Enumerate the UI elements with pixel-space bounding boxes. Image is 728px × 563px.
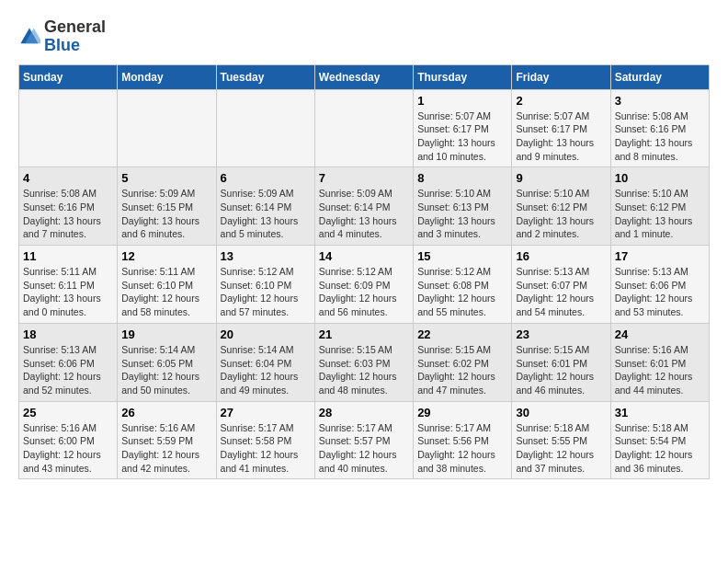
day-cell: 16Sunrise: 5:13 AMSunset: 6:07 PMDayligh… <box>512 246 610 324</box>
day-cell: 24Sunrise: 5:16 AMSunset: 6:01 PMDayligh… <box>610 323 709 401</box>
day-cell: 23Sunrise: 5:15 AMSunset: 6:01 PMDayligh… <box>512 323 610 401</box>
day-cell: 7Sunrise: 5:09 AMSunset: 6:14 PMDaylight… <box>314 167 413 246</box>
header-cell-tuesday: Tuesday <box>216 64 314 89</box>
day-cell: 20Sunrise: 5:14 AMSunset: 6:04 PMDayligh… <box>216 323 314 401</box>
week-row-2: 4Sunrise: 5:08 AMSunset: 6:16 PMDaylight… <box>19 167 710 246</box>
day-number: 13 <box>221 249 311 263</box>
day-number: 15 <box>417 249 507 263</box>
day-cell: 15Sunrise: 5:12 AMSunset: 6:08 PMDayligh… <box>414 246 512 324</box>
header-row: SundayMondayTuesdayWednesdayThursdayFrid… <box>19 64 710 89</box>
header-cell-monday: Monday <box>118 64 216 89</box>
day-number: 28 <box>319 406 409 419</box>
day-cell: 11Sunrise: 5:11 AMSunset: 6:11 PMDayligh… <box>19 246 118 324</box>
day-cell: 4Sunrise: 5:08 AMSunset: 6:16 PMDaylight… <box>19 167 118 246</box>
day-info: Sunrise: 5:11 AMSunset: 6:11 PMDaylight:… <box>23 265 113 319</box>
day-number: 21 <box>319 327 409 341</box>
header-cell-wednesday: Wednesday <box>314 64 413 89</box>
day-info: Sunrise: 5:09 AMSunset: 6:14 PMDaylight:… <box>319 187 409 241</box>
day-number: 19 <box>121 327 211 341</box>
day-cell: 13Sunrise: 5:12 AMSunset: 6:10 PMDayligh… <box>216 246 314 324</box>
day-number: 16 <box>516 249 606 263</box>
day-number: 27 <box>221 406 311 419</box>
header-cell-saturday: Saturday <box>610 64 709 89</box>
day-info: Sunrise: 5:10 AMSunset: 6:12 PMDaylight:… <box>615 187 705 241</box>
day-number: 24 <box>615 327 705 341</box>
day-cell <box>118 89 216 167</box>
day-number: 3 <box>615 94 705 108</box>
day-info: Sunrise: 5:14 AMSunset: 6:04 PMDaylight:… <box>221 343 311 397</box>
day-info: Sunrise: 5:16 AMSunset: 6:00 PMDaylight:… <box>23 421 113 476</box>
day-info: Sunrise: 5:13 AMSunset: 6:07 PMDaylight:… <box>516 265 606 319</box>
page-header: General Blue <box>18 18 710 55</box>
day-cell: 31Sunrise: 5:18 AMSunset: 5:54 PMDayligh… <box>610 401 709 479</box>
day-number: 8 <box>417 171 507 185</box>
day-info: Sunrise: 5:09 AMSunset: 6:15 PMDaylight:… <box>121 187 211 241</box>
header-cell-thursday: Thursday <box>414 64 512 89</box>
day-cell: 6Sunrise: 5:09 AMSunset: 6:14 PMDaylight… <box>216 167 314 246</box>
day-cell: 12Sunrise: 5:11 AMSunset: 6:10 PMDayligh… <box>118 246 216 324</box>
day-number: 5 <box>121 171 211 185</box>
day-cell: 17Sunrise: 5:13 AMSunset: 6:06 PMDayligh… <box>610 246 709 324</box>
day-number: 29 <box>417 406 507 419</box>
week-row-1: 1Sunrise: 5:07 AMSunset: 6:17 PMDaylight… <box>19 89 710 167</box>
day-info: Sunrise: 5:09 AMSunset: 6:14 PMDaylight:… <box>221 187 311 241</box>
day-cell: 25Sunrise: 5:16 AMSunset: 6:00 PMDayligh… <box>19 401 118 479</box>
day-info: Sunrise: 5:07 AMSunset: 6:17 PMDaylight:… <box>417 109 507 164</box>
day-cell: 18Sunrise: 5:13 AMSunset: 6:06 PMDayligh… <box>19 323 118 401</box>
day-cell: 3Sunrise: 5:08 AMSunset: 6:16 PMDaylight… <box>610 89 709 167</box>
day-number: 9 <box>516 171 606 185</box>
day-info: Sunrise: 5:17 AMSunset: 5:58 PMDaylight:… <box>221 421 311 476</box>
day-info: Sunrise: 5:08 AMSunset: 6:16 PMDaylight:… <box>23 187 113 241</box>
day-info: Sunrise: 5:13 AMSunset: 6:06 PMDaylight:… <box>23 343 113 397</box>
day-info: Sunrise: 5:13 AMSunset: 6:06 PMDaylight:… <box>615 265 705 319</box>
day-number: 18 <box>23 327 113 341</box>
week-row-4: 18Sunrise: 5:13 AMSunset: 6:06 PMDayligh… <box>19 323 710 401</box>
day-cell: 2Sunrise: 5:07 AMSunset: 6:17 PMDaylight… <box>512 89 610 167</box>
day-number: 31 <box>615 406 705 419</box>
day-cell: 5Sunrise: 5:09 AMSunset: 6:15 PMDaylight… <box>118 167 216 246</box>
day-number: 23 <box>516 327 606 341</box>
day-number: 12 <box>121 249 211 263</box>
day-info: Sunrise: 5:12 AMSunset: 6:08 PMDaylight:… <box>417 265 507 319</box>
day-cell: 29Sunrise: 5:17 AMSunset: 5:56 PMDayligh… <box>414 401 512 479</box>
day-cell <box>19 89 118 167</box>
day-info: Sunrise: 5:11 AMSunset: 6:10 PMDaylight:… <box>121 265 211 319</box>
day-info: Sunrise: 5:10 AMSunset: 6:12 PMDaylight:… <box>516 187 606 241</box>
week-row-3: 11Sunrise: 5:11 AMSunset: 6:11 PMDayligh… <box>19 246 710 324</box>
day-info: Sunrise: 5:16 AMSunset: 5:59 PMDaylight:… <box>121 421 211 476</box>
day-info: Sunrise: 5:18 AMSunset: 5:55 PMDaylight:… <box>516 421 606 476</box>
day-number: 26 <box>121 406 211 419</box>
day-cell: 8Sunrise: 5:10 AMSunset: 6:13 PMDaylight… <box>414 167 512 246</box>
day-cell: 10Sunrise: 5:10 AMSunset: 6:12 PMDayligh… <box>610 167 709 246</box>
day-cell: 21Sunrise: 5:15 AMSunset: 6:03 PMDayligh… <box>314 323 413 401</box>
day-cell: 19Sunrise: 5:14 AMSunset: 6:05 PMDayligh… <box>118 323 216 401</box>
day-info: Sunrise: 5:17 AMSunset: 5:56 PMDaylight:… <box>417 421 507 476</box>
day-info: Sunrise: 5:08 AMSunset: 6:16 PMDaylight:… <box>615 109 705 164</box>
calendar-table: SundayMondayTuesdayWednesdayThursdayFrid… <box>18 64 710 480</box>
day-number: 25 <box>23 406 113 419</box>
day-info: Sunrise: 5:10 AMSunset: 6:13 PMDaylight:… <box>417 187 507 241</box>
day-info: Sunrise: 5:18 AMSunset: 5:54 PMDaylight:… <box>615 421 705 476</box>
day-cell <box>216 89 314 167</box>
header-cell-friday: Friday <box>512 64 610 89</box>
logo-icon <box>18 26 40 48</box>
day-number: 4 <box>23 171 113 185</box>
day-info: Sunrise: 5:12 AMSunset: 6:09 PMDaylight:… <box>319 265 409 319</box>
day-info: Sunrise: 5:14 AMSunset: 6:05 PMDaylight:… <box>121 343 211 397</box>
day-info: Sunrise: 5:17 AMSunset: 5:57 PMDaylight:… <box>319 421 409 476</box>
day-info: Sunrise: 5:12 AMSunset: 6:10 PMDaylight:… <box>221 265 311 319</box>
day-number: 6 <box>221 171 311 185</box>
logo-text: General Blue <box>44 18 106 55</box>
day-cell: 1Sunrise: 5:07 AMSunset: 6:17 PMDaylight… <box>414 89 512 167</box>
day-number: 10 <box>615 171 705 185</box>
day-cell: 14Sunrise: 5:12 AMSunset: 6:09 PMDayligh… <box>314 246 413 324</box>
day-cell: 9Sunrise: 5:10 AMSunset: 6:12 PMDaylight… <box>512 167 610 246</box>
day-number: 11 <box>23 249 113 263</box>
day-cell: 30Sunrise: 5:18 AMSunset: 5:55 PMDayligh… <box>512 401 610 479</box>
day-cell: 22Sunrise: 5:15 AMSunset: 6:02 PMDayligh… <box>414 323 512 401</box>
day-cell: 28Sunrise: 5:17 AMSunset: 5:57 PMDayligh… <box>314 401 413 479</box>
day-number: 30 <box>516 406 606 419</box>
day-cell: 26Sunrise: 5:16 AMSunset: 5:59 PMDayligh… <box>118 401 216 479</box>
header-cell-sunday: Sunday <box>19 64 118 89</box>
day-number: 20 <box>221 327 311 341</box>
